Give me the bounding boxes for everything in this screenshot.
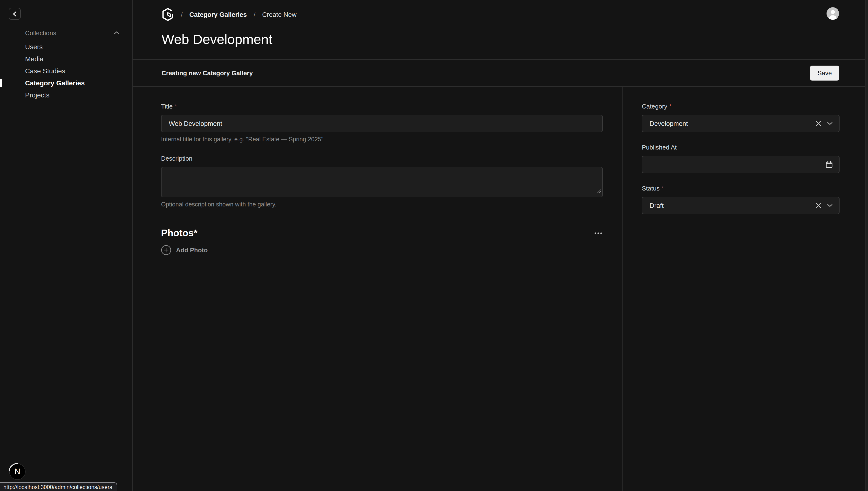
category-select-value: Development <box>642 120 815 127</box>
page-title: Web Development <box>161 31 839 48</box>
field-label-text: Title <box>161 103 173 111</box>
collections-group-header[interactable]: Collections <box>0 29 132 37</box>
description-helper-text: Optional description shown with the gall… <box>161 201 603 208</box>
document-status-text: Creating new Category Gallery <box>161 69 253 77</box>
field-label-text: Status <box>642 185 660 193</box>
nextjs-dev-indicator[interactable]: N <box>9 463 26 480</box>
field-label-text: Category <box>642 103 667 111</box>
category-select[interactable]: Development <box>642 115 840 132</box>
document-sidebar-column: Category * Development <box>622 87 868 491</box>
breadcrumb-current-page: Create New <box>262 11 297 18</box>
sidebar-item-label: Case Studies <box>25 67 65 75</box>
sidebar-item-media[interactable]: Media <box>0 53 132 65</box>
published-at-field-label: Published At <box>642 144 840 151</box>
sidebar: Collections Users Media Case Studies Cat… <box>0 0 132 491</box>
status-select[interactable]: Draft <box>642 197 840 214</box>
save-button[interactable]: Save <box>810 66 839 81</box>
status-field-group: Status * Draft <box>642 185 840 214</box>
required-asterisk: * <box>669 103 672 111</box>
title-field-label: Title * <box>161 103 603 111</box>
sidebar-item-label: Projects <box>25 91 50 98</box>
clear-value-icon[interactable] <box>815 203 821 208</box>
resize-handle-icon[interactable] <box>597 187 601 195</box>
sidebar-item-label: Media <box>25 55 43 62</box>
chevron-up-icon <box>114 31 120 35</box>
document-header: / Category Galleries / Create New Web De… <box>132 0 868 60</box>
form-fields-column: Title * Internal title for this gallery,… <box>132 87 622 491</box>
chevron-down-icon[interactable] <box>827 121 833 125</box>
description-textarea[interactable] <box>161 167 603 197</box>
sidebar-item-projects[interactable]: Projects <box>0 89 132 101</box>
description-field-label: Description <box>161 155 603 163</box>
field-label-text: Description <box>161 155 192 163</box>
published-at-input[interactable] <box>642 156 840 173</box>
payload-logo-icon[interactable] <box>161 7 174 22</box>
chevron-left-icon <box>12 11 17 17</box>
title-field-group: Title * Internal title for this gallery,… <box>161 103 603 143</box>
published-at-field-group: Published At <box>642 144 840 173</box>
plus-circle-icon <box>161 245 171 255</box>
collections-group-label: Collections <box>25 29 56 36</box>
sidebar-item-label: Users <box>25 43 43 50</box>
sidebar-item-label: Category Galleries <box>25 79 85 87</box>
category-field-group: Category * Development <box>642 103 840 132</box>
admin-app: Collections Users Media Case Studies Cat… <box>0 0 868 491</box>
browser-link-preview: http://localhost:3000/admin/collections/… <box>0 482 117 491</box>
breadcrumb: / Category Galleries / Create New <box>161 8 839 21</box>
user-icon <box>827 7 839 20</box>
breadcrumb-collection-link[interactable]: Category Galleries <box>189 11 247 18</box>
status-field-label: Status * <box>642 185 840 193</box>
title-helper-text: Internal title for this gallery, e.g. "R… <box>161 136 603 143</box>
collapse-sidebar-button[interactable] <box>9 8 21 20</box>
document-content: Title * Internal title for this gallery,… <box>132 87 868 491</box>
breadcrumb-separator: / <box>253 11 255 18</box>
account-avatar[interactable] <box>827 7 839 20</box>
photos-more-options-button[interactable] <box>594 230 603 236</box>
clear-value-icon[interactable] <box>815 121 821 126</box>
add-photo-label: Add Photo <box>176 247 208 254</box>
breadcrumb-separator: / <box>181 11 182 18</box>
description-field-group: Description Optional description shown w… <box>161 155 603 208</box>
title-input[interactable] <box>161 115 603 132</box>
chevron-down-icon[interactable] <box>827 204 833 207</box>
scrollbar-track[interactable] <box>865 0 868 491</box>
photos-section-header: Photos* <box>161 227 603 239</box>
status-select-value: Draft <box>642 202 815 209</box>
document-controls-bar: Creating new Category Gallery Save <box>132 60 868 87</box>
add-photo-button[interactable]: Add Photo <box>161 245 208 255</box>
photos-section-title: Photos* <box>161 227 198 239</box>
collections-nav-list: Users Media Case Studies Category Galler… <box>0 40 132 101</box>
category-field-label: Category * <box>642 103 840 111</box>
calendar-icon[interactable] <box>826 161 833 168</box>
nextjs-logo-icon: N <box>14 467 21 476</box>
sidebar-item-users[interactable]: Users <box>0 40 132 53</box>
sidebar-item-category-galleries[interactable]: Category Galleries <box>0 77 132 89</box>
main-area: / Category Galleries / Create New Web De… <box>132 0 868 491</box>
sidebar-item-case-studies[interactable]: Case Studies <box>0 65 132 77</box>
required-asterisk: * <box>662 185 664 193</box>
field-label-text: Published At <box>642 144 677 151</box>
required-asterisk: * <box>175 103 177 111</box>
